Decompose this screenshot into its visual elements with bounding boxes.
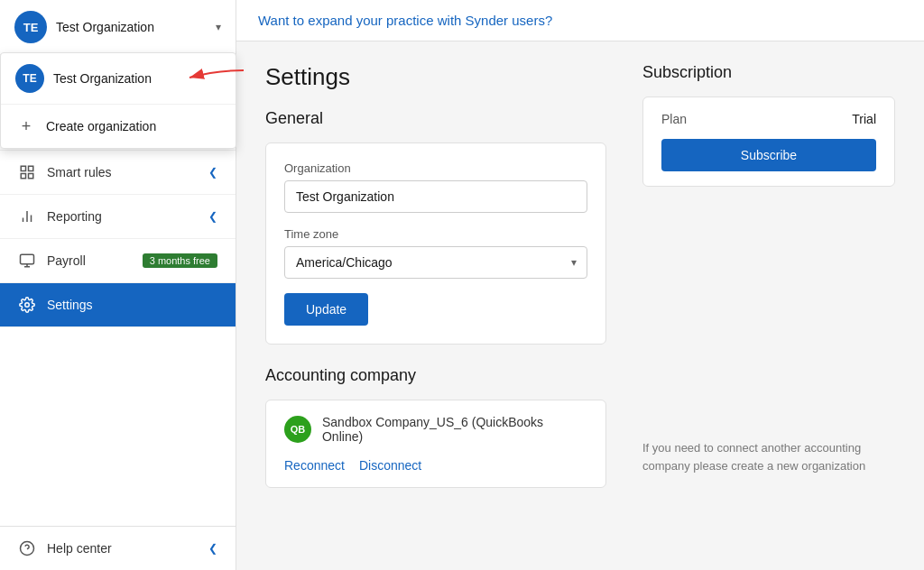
smart-rules-chevron: ❮ [208, 166, 217, 179]
create-org-label: Create organization [46, 119, 156, 133]
tz-field-label: Time zone [284, 227, 587, 241]
org-dropdown-chevron: ▾ [216, 21, 221, 33]
plan-label: Plan [661, 112, 687, 126]
accounting-help-text: If you need to connect another accountin… [642, 439, 895, 474]
banner-text: Want to expand your practice with Synder… [258, 13, 552, 28]
sidebar-item-reporting[interactable]: Reporting ❮ [0, 195, 236, 239]
sidebar: TE Test Organization ▾ TE Test Organizat… [0, 0, 236, 570]
left-column: Settings General Organization Time zone … [265, 63, 606, 548]
content-area: Settings General Organization Time zone … [236, 41, 924, 570]
accounting-item: QB Sandbox Company_US_6 (QuickBooks Onli… [284, 415, 587, 444]
org-dropdown: TE Test Organization + Create organizati… [0, 52, 236, 149]
help-chevron: ❮ [208, 542, 217, 555]
reporting-chevron: ❮ [208, 210, 217, 223]
plan-value: Trial [852, 112, 876, 126]
reconnect-button[interactable]: Reconnect [284, 458, 345, 473]
settings-label: Settings [47, 298, 217, 312]
payroll-badge: 3 months free [143, 253, 217, 268]
smart-rules-icon [18, 163, 36, 181]
subscription-plan-row: Plan Trial [661, 112, 876, 126]
general-card: Organization Time zone America/Chicago ▾… [265, 142, 606, 345]
smart-rules-label: Smart rules [47, 165, 198, 179]
accounting-actions: Reconnect Disconnect [284, 458, 587, 473]
org-avatar: TE [14, 11, 47, 43]
subscribe-button[interactable]: Subscribe [661, 139, 876, 171]
update-button[interactable]: Update [284, 293, 368, 326]
accounting-help-container: If you need to connect another accountin… [642, 439, 895, 474]
payroll-label: Payroll [47, 253, 132, 268]
accounting-row: QB Sandbox Company_US_6 (QuickBooks Onli… [265, 400, 606, 488]
main-content: Want to expand your practice with Synder… [236, 0, 924, 570]
tz-select[interactable]: America/Chicago [284, 246, 587, 279]
reporting-icon [18, 207, 36, 225]
svg-rect-6 [21, 174, 25, 179]
accounting-company-name: Sandbox Company_US_6 (QuickBooks Online) [322, 415, 587, 444]
general-section-title: General [265, 109, 606, 128]
disconnect-button[interactable]: Disconnect [359, 458, 421, 473]
subscription-card: Plan Trial Subscribe [642, 97, 895, 187]
sidebar-item-payroll[interactable]: Payroll 3 months free [0, 239, 236, 283]
svg-point-14 [25, 303, 30, 308]
org-header[interactable]: TE Test Organization ▾ [0, 0, 236, 55]
settings-icon [18, 296, 36, 314]
help-center-label: Help center [47, 541, 112, 556]
accounting-section-title: Accounting company [265, 366, 606, 385]
dropdown-org-name: Test Organization [53, 71, 152, 86]
sidebar-item-smart-rules[interactable]: Smart rules ❮ [0, 151, 236, 195]
tz-select-wrapper: America/Chicago ▾ [284, 246, 587, 279]
help-icon [18, 539, 36, 557]
dropdown-org-avatar: TE [15, 64, 44, 93]
right-column: Subscription Plan Trial Subscribe If you… [642, 63, 895, 548]
svg-rect-4 [21, 166, 25, 170]
reporting-label: Reporting [47, 209, 198, 224]
plus-icon: + [15, 115, 37, 137]
org-name-label: Test Organization [56, 20, 207, 34]
svg-rect-7 [29, 174, 33, 179]
sidebar-item-settings[interactable]: Settings [0, 283, 236, 327]
dropdown-org-item[interactable]: TE Test Organization [1, 53, 236, 104]
org-input[interactable] [284, 180, 587, 213]
create-org-item[interactable]: + Create organization [1, 104, 236, 148]
accounting-card: QB Sandbox Company_US_6 (QuickBooks Onli… [265, 400, 606, 488]
page-title: Settings [265, 63, 606, 91]
org-field-label: Organization [284, 161, 587, 175]
payroll-icon [18, 252, 36, 270]
quickbooks-icon: QB [284, 416, 311, 443]
subscription-section-title: Subscription [642, 63, 895, 82]
svg-rect-11 [21, 254, 34, 264]
top-banner[interactable]: Want to expand your practice with Synder… [236, 0, 924, 41]
svg-rect-5 [29, 166, 33, 170]
help-center-item[interactable]: Help center ❮ [0, 526, 236, 570]
